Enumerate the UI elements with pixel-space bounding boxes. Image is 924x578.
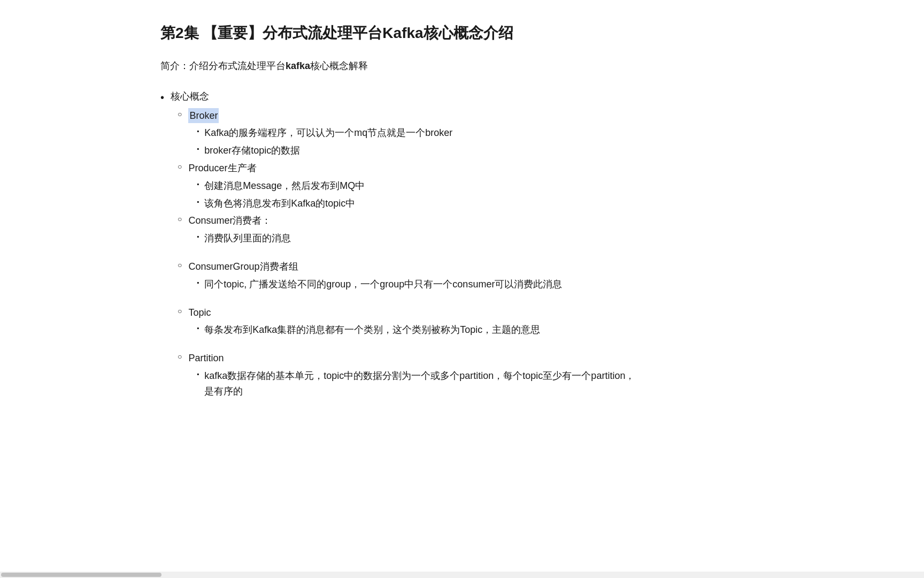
- level1-core-label: 核心概念: [171, 89, 209, 104]
- level2-item-broker: ○ Broker ▪ Kafka的服务端程序，可以认为一个mq节点就是一个bro…: [178, 108, 764, 158]
- page-title: 第2集 【重要】分布式流处理平台Kafka核心概念介绍: [160, 21, 764, 45]
- page-container: 第2集 【重要】分布式流处理平台Kafka核心概念介绍 简介：介绍分布式流处理平…: [0, 0, 924, 578]
- circle-bullet-icon: ○: [178, 108, 182, 121]
- level2-bullet-topic: ○ Topic: [178, 305, 764, 321]
- level2-bullet-consumer: ○ Consumer消费者：: [178, 213, 764, 229]
- producer-detail-1: 创建消息Message，然后发布到MQ中: [204, 178, 365, 194]
- broker-label: Broker: [188, 108, 219, 124]
- partition-details: ▪ kafka数据存储的基本单元，topic中的数据分割为一个或多个partit…: [197, 368, 764, 399]
- level2-bullet-consumergroup: ○ ConsumerGroup消费者组: [178, 259, 764, 275]
- list-item: ▪ 消费队列里面的消息: [197, 231, 764, 246]
- topic-detail-1: 每条发布到Kafka集群的消息都有一个类别，这个类别被称为Topic，主题的意思: [204, 322, 540, 338]
- broker-details: ▪ Kafka的服务端程序，可以认为一个mq节点就是一个broker ▪ bro…: [197, 125, 764, 158]
- consumer-label: Consumer消费者：: [188, 213, 271, 229]
- consumergroup-label: ConsumerGroup消费者组: [188, 259, 298, 275]
- topic-details: ▪ 每条发布到Kafka集群的消息都有一个类别，这个类别被称为Topic，主题的…: [197, 322, 764, 338]
- partition-detail-1: kafka数据存储的基本单元，topic中的数据分割为一个或多个partitio…: [204, 368, 635, 399]
- circle-bullet-icon: ○: [178, 213, 182, 226]
- list-item: ▪ 同个topic, 广播发送给不同的group，一个group中只有一个con…: [197, 277, 764, 292]
- square-bullet-icon: ▪: [197, 231, 199, 243]
- scrollbar-thumb[interactable]: [1, 573, 161, 577]
- square-bullet-icon: ▪: [197, 196, 199, 208]
- level2-item-producer: ○ Producer生产者 ▪ 创建消息Message，然后发布到MQ中 ▪ 该…: [178, 161, 764, 211]
- producer-label: Producer生产者: [188, 161, 256, 176]
- subtitle-bold: kafka: [286, 60, 310, 71]
- scrollbar-container[interactable]: [0, 572, 924, 578]
- producer-details: ▪ 创建消息Message，然后发布到MQ中 ▪ 该角色将消息发布到Kafka的…: [197, 178, 764, 211]
- circle-bullet-icon: ○: [178, 161, 182, 173]
- bullet-dot-icon: •: [160, 89, 164, 106]
- producer-detail-2: 该角色将消息发布到Kafka的topic中: [204, 196, 355, 211]
- spacer: [178, 248, 764, 259]
- square-bullet-icon: ▪: [197, 125, 199, 138]
- broker-detail-1: Kafka的服务端程序，可以认为一个mq节点就是一个broker: [204, 125, 452, 141]
- list-item: ▪ 该角色将消息发布到Kafka的topic中: [197, 196, 764, 211]
- subtitle-suffix: 核心概念解释: [310, 60, 368, 71]
- level2-item-consumergroup: ○ ConsumerGroup消费者组 ▪ 同个topic, 广播发送给不同的g…: [178, 259, 764, 292]
- list-item: ▪ broker存储topic的数据: [197, 143, 764, 158]
- list-item: ▪ 创建消息Message，然后发布到MQ中: [197, 178, 764, 194]
- level2-bullet-broker: ○ Broker: [178, 108, 764, 124]
- circle-bullet-icon: ○: [178, 351, 182, 363]
- level1-item-core: • 核心概念 ○ Broker ▪ Kafka的服务端程序，可以认为一个mq节点…: [160, 89, 764, 399]
- spacer: [178, 294, 764, 305]
- level2-bullet-partition: ○ Partition: [178, 351, 764, 366]
- consumer-details: ▪ 消费队列里面的消息: [197, 231, 764, 246]
- consumergroup-detail-1: 同个topic, 广播发送给不同的group，一个group中只有一个consu…: [204, 277, 562, 292]
- square-bullet-icon: ▪: [197, 143, 199, 155]
- square-bullet-icon: ▪: [197, 368, 199, 381]
- page-subtitle: 简介：介绍分布式流处理平台kafka核心概念解释: [160, 58, 764, 74]
- circle-bullet-icon: ○: [178, 305, 182, 318]
- partition-label: Partition: [188, 351, 224, 366]
- topic-label: Topic: [188, 305, 211, 321]
- broker-detail-2: broker存储topic的数据: [204, 143, 300, 158]
- level2-list: ○ Broker ▪ Kafka的服务端程序，可以认为一个mq节点就是一个bro…: [178, 108, 764, 399]
- level1-bullet: • 核心概念: [160, 89, 764, 106]
- level2-item-topic: ○ Topic ▪ 每条发布到Kafka集群的消息都有一个类别，这个类别被称为T…: [178, 305, 764, 338]
- square-bullet-icon: ▪: [197, 322, 199, 334]
- level1-list: • 核心概念 ○ Broker ▪ Kafka的服务端程序，可以认为一个mq节点…: [160, 89, 764, 399]
- level2-item-consumer: ○ Consumer消费者： ▪ 消费队列里面的消息: [178, 213, 764, 246]
- spacer: [178, 340, 764, 351]
- level2-bullet-producer: ○ Producer生产者: [178, 161, 764, 176]
- consumergroup-details: ▪ 同个topic, 广播发送给不同的group，一个group中只有一个con…: [197, 277, 764, 292]
- square-bullet-icon: ▪: [197, 178, 199, 191]
- subtitle-prefix: 简介：介绍分布式流处理平台: [160, 60, 286, 71]
- square-bullet-icon: ▪: [197, 277, 199, 289]
- level2-item-partition: ○ Partition ▪ kafka数据存储的基本单元，topic中的数据分割…: [178, 351, 764, 399]
- consumer-detail-1: 消费队列里面的消息: [204, 231, 291, 246]
- list-item: ▪ 每条发布到Kafka集群的消息都有一个类别，这个类别被称为Topic，主题的…: [197, 322, 764, 338]
- list-item: ▪ Kafka的服务端程序，可以认为一个mq节点就是一个broker: [197, 125, 764, 141]
- circle-bullet-icon: ○: [178, 259, 182, 272]
- list-item: ▪ kafka数据存储的基本单元，topic中的数据分割为一个或多个partit…: [197, 368, 764, 399]
